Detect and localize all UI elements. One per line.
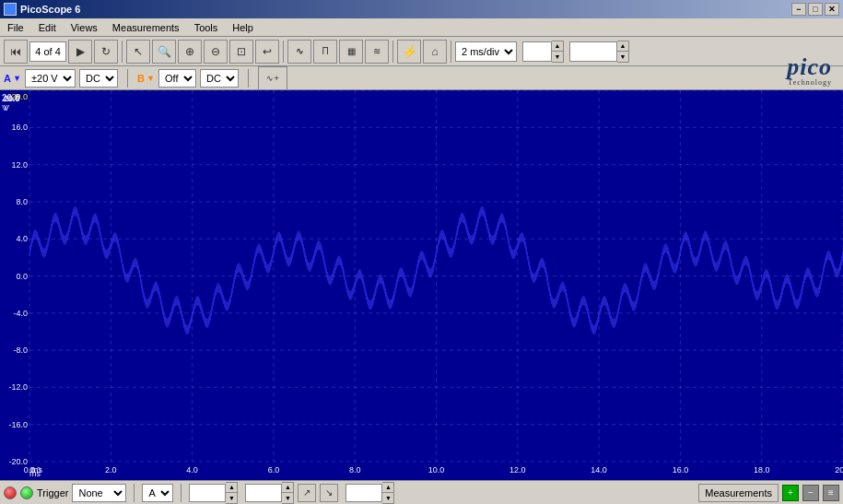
play-button[interactable]: ▶ <box>68 40 92 64</box>
trigger-select[interactable]: None Rising Falling <box>72 484 126 502</box>
multiplier-control: x 1 ▲ ▼ <box>522 41 564 62</box>
toolbar-sep-4 <box>451 41 451 63</box>
channel-sep-1 <box>127 69 128 88</box>
status-sep-1 <box>134 484 135 502</box>
status-led-red <box>4 486 17 499</box>
menu-views[interactable]: Views <box>67 21 101 34</box>
titlebar: PicoScope 6 − □ ✕ <box>0 0 843 18</box>
app-title: PicoScope 6 <box>20 4 80 15</box>
maximize-button[interactable]: □ <box>808 3 823 16</box>
status-led-green <box>20 486 33 499</box>
multiplier-input[interactable]: x 1 <box>522 41 552 62</box>
x-unit-label: ms <box>29 469 41 478</box>
y-axis-unit: V <box>4 103 20 112</box>
menu-tools[interactable]: Tools <box>191 21 222 34</box>
zoom-fit-button[interactable]: ⊡ <box>229 40 253 64</box>
threshold-down[interactable]: ▼ <box>226 493 237 503</box>
toolbar: ⏮ 4 of 4 ▶ ↻ ↖ 🔍 ⊕ ⊖ ⊡ ↩ ∿ Π ▦ ≋ ⚡ ⌂ 2 m… <box>0 37 843 66</box>
meter-button[interactable]: ≋ <box>365 40 389 64</box>
trigger-rising-icon[interactable]: ↗ <box>298 484 316 502</box>
spectrum-button[interactable]: Π <box>313 40 337 64</box>
position-control: 50 % ▲ ▼ <box>245 483 294 503</box>
magnify-button[interactable]: 🔍 <box>152 40 176 64</box>
trigger-source[interactable]: A B <box>142 484 173 502</box>
pico-subtitle: Technology <box>787 79 832 87</box>
multiplier-down[interactable]: ▼ <box>552 52 563 62</box>
toolbar-sep-3 <box>392 41 393 63</box>
frame-counter: 4 of 4 <box>29 41 66 62</box>
channel-a-voltage[interactable]: ±20 V ±10 V ±5 V <box>25 69 76 88</box>
frame-total: 4 <box>55 46 61 57</box>
channel-sep-2 <box>248 69 249 88</box>
zoom-out-button[interactable]: ⊖ <box>204 40 228 64</box>
channel-b-label: B▼ <box>137 73 155 84</box>
toolbar-sep-2 <box>283 41 284 63</box>
channel-a-sub: ▼ <box>13 74 21 83</box>
time-per-div-select[interactable]: 2 ms/div <box>455 41 517 62</box>
menu-edit[interactable]: Edit <box>35 21 60 34</box>
sample-rate-down[interactable]: ▼ <box>617 52 628 62</box>
pico-logo: pico Technology <box>787 55 832 87</box>
trigger-label: Trigger <box>37 487 68 498</box>
status-sep-2 <box>181 484 181 502</box>
scope-button[interactable]: ∿ <box>287 40 311 64</box>
y-unit-label: 20.0 V <box>4 94 20 112</box>
titlebar-left: PicoScope 6 <box>4 3 80 16</box>
sample-rate-spinbox-btns: ▲ ▼ <box>617 41 629 63</box>
trigger-falling-icon[interactable]: ↘ <box>320 484 338 502</box>
add-measurement-button[interactable]: + <box>782 485 799 501</box>
sample-rate-control: 100 kS ▲ ▼ <box>569 41 629 62</box>
position-up[interactable]: ▲ <box>282 483 293 493</box>
channel-b-coupling[interactable]: DC AC <box>200 69 239 88</box>
undo-button[interactable]: ↩ <box>255 40 279 64</box>
measurements-button[interactable]: Measurements <box>698 484 779 502</box>
main-content: 20.0 V ms <box>0 90 843 480</box>
position-spinbox-btns: ▲ ▼ <box>282 482 294 504</box>
channel-a-coupling[interactable]: DC AC <box>79 69 118 88</box>
titlebar-controls: − □ ✕ <box>791 3 839 16</box>
chart-area[interactable]: 20.0 V ms <box>0 90 843 480</box>
pico-name: pico <box>787 55 832 79</box>
waveform-canvas <box>0 90 843 480</box>
chart-button[interactable]: ▦ <box>339 40 363 64</box>
cursor-button[interactable]: ↖ <box>126 40 150 64</box>
sample-rate-up[interactable]: ▲ <box>617 41 628 52</box>
first-button[interactable]: ⏮ <box>4 40 28 64</box>
statusbar: Trigger None Rising Falling A B 0V ▲ ▼ 5… <box>0 480 843 504</box>
y-value-label: 20.0 <box>4 94 20 103</box>
threshold-spinbox-btns: ▲ ▼ <box>226 482 238 504</box>
close-button[interactable]: ✕ <box>825 3 839 16</box>
threshold-control: 0V ▲ ▼ <box>189 483 238 503</box>
trigger-button[interactable]: ⚡ <box>397 40 421 64</box>
delay-up[interactable]: ▲ <box>382 483 393 493</box>
toolbar-sep-1 <box>122 41 123 63</box>
home-button[interactable]: ⌂ <box>423 40 447 64</box>
measurement-options-button[interactable]: ≡ <box>823 485 839 501</box>
menu-measurements[interactable]: Measurements <box>109 21 183 34</box>
zoom-in-button[interactable]: ⊕ <box>178 40 202 64</box>
channel-toolbar: A▼ ±20 V ±10 V ±5 V DC AC B▼ Off On DC A… <box>0 66 843 90</box>
menu-file[interactable]: File <box>4 21 28 34</box>
app-icon <box>4 3 17 16</box>
time-per-div-control[interactable]: 2 ms/div <box>455 41 517 62</box>
multiplier-up[interactable]: ▲ <box>552 41 563 52</box>
channel-b-state[interactable]: Off On <box>158 69 196 88</box>
position-input[interactable]: 50 % <box>245 484 282 502</box>
loop-button[interactable]: ↻ <box>94 40 118 64</box>
threshold-up[interactable]: ▲ <box>226 483 237 493</box>
frame-of: of <box>41 46 54 57</box>
math-button[interactable]: ∿+ <box>258 66 287 90</box>
minimize-button[interactable]: − <box>791 3 806 16</box>
menu-help[interactable]: Help <box>228 21 257 34</box>
position-down[interactable]: ▼ <box>282 493 293 503</box>
sample-rate-input[interactable]: 100 kS <box>569 41 617 62</box>
delay-input[interactable]: 0 s <box>345 484 382 502</box>
channel-a-label: A▼ <box>4 73 21 84</box>
multiplier-spinbox-btns: ▲ ▼ <box>552 41 564 63</box>
delay-control: 0 s ▲ ▼ <box>345 483 394 503</box>
threshold-input[interactable]: 0V <box>189 484 226 502</box>
delay-spinbox-btns: ▲ ▼ <box>382 482 394 504</box>
channel-b-sub: ▼ <box>146 74 155 83</box>
delay-down[interactable]: ▼ <box>382 493 393 503</box>
remove-measurement-button[interactable]: − <box>802 485 819 501</box>
